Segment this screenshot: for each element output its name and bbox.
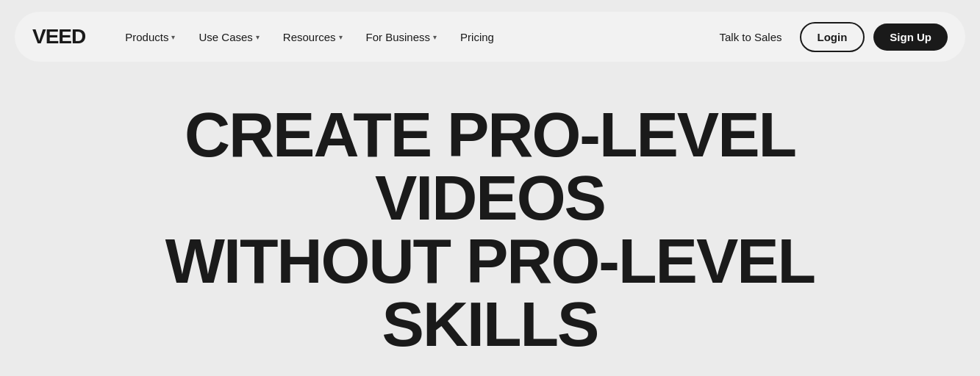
nav-label-products: Products	[125, 31, 168, 43]
nav-left: VEED Products ▾ Use Cases ▾ Resources ▾ …	[32, 25, 504, 49]
hero-title-line2: WITHOUT PRO-LEVEL SKILLS	[165, 225, 815, 359]
nav-label-pricing: Pricing	[460, 31, 494, 43]
chevron-down-icon: ▾	[256, 33, 260, 41]
nav-item-products[interactable]: Products ▾	[115, 25, 185, 49]
nav-right: Talk to Sales Login Sign Up	[710, 22, 948, 52]
nav-item-use-cases[interactable]: Use Cases ▾	[188, 25, 269, 49]
hero-title: CREATE PRO-LEVEL VIDEOS WITHOUT PRO-LEVE…	[86, 103, 895, 355]
signup-button[interactable]: Sign Up	[873, 24, 948, 51]
nav-item-resources[interactable]: Resources ▾	[273, 25, 353, 49]
hero-section: CREATE PRO-LEVEL VIDEOS WITHOUT PRO-LEVE…	[0, 73, 980, 376]
chevron-down-icon: ▾	[339, 33, 343, 41]
nav-label-use-cases: Use Cases	[198, 31, 252, 43]
nav-menu: Products ▾ Use Cases ▾ Resources ▾ For B…	[115, 25, 504, 49]
nav-item-pricing[interactable]: Pricing	[450, 25, 504, 49]
chevron-down-icon: ▾	[171, 33, 175, 41]
chevron-down-icon: ▾	[433, 33, 437, 41]
login-button[interactable]: Login	[800, 22, 865, 52]
nav-label-resources: Resources	[283, 31, 336, 43]
logo[interactable]: VEED	[32, 25, 85, 48]
navbar: VEED Products ▾ Use Cases ▾ Resources ▾ …	[15, 12, 965, 62]
talk-to-sales-link[interactable]: Talk to Sales	[710, 25, 790, 49]
nav-item-for-business[interactable]: For Business ▾	[356, 25, 448, 49]
hero-title-line1: CREATE PRO-LEVEL VIDEOS	[185, 99, 795, 233]
nav-label-for-business: For Business	[366, 31, 431, 43]
